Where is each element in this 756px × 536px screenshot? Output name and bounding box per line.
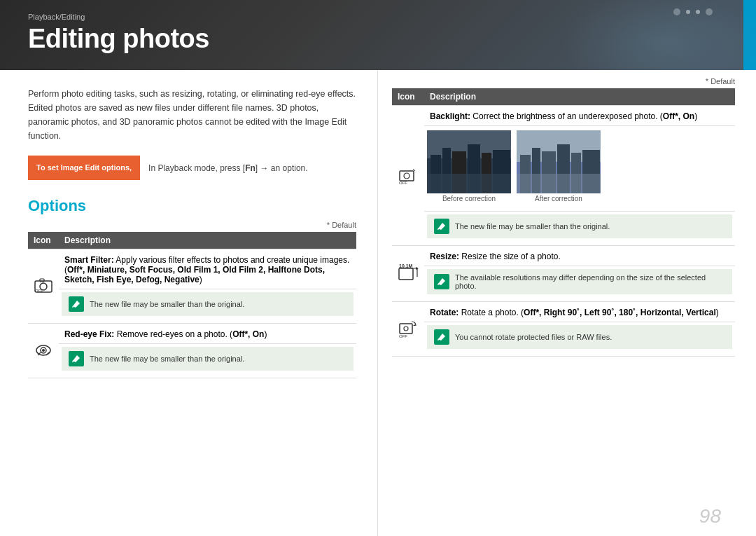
rotate-label: Rotate: xyxy=(430,308,458,317)
table-row: OFF Smart Filter: Apply various filter e… xyxy=(28,249,356,289)
svg-point-6 xyxy=(42,349,45,352)
red-eye-fix-icon-cell xyxy=(28,324,59,378)
red-eye-note-cell: The new file may be smaller than the ori… xyxy=(59,344,356,378)
before-label: Before correction xyxy=(427,195,511,202)
svg-rect-30 xyxy=(517,174,601,193)
smart-filter-svg: OFF xyxy=(34,277,53,294)
red-eye-desc: Red-eye Fix: Remove red-eyes on a photo.… xyxy=(59,324,356,344)
right-options-table: Icon Description OFF xyxy=(392,88,735,357)
image-edit-box: To set Image Edit options, In Playback m… xyxy=(28,156,356,180)
page-number: 98 xyxy=(699,505,721,528)
deco-circle xyxy=(686,10,690,14)
key-fn: Fn xyxy=(245,163,255,173)
backlight-desc: Backlight: Correct the brightness of an … xyxy=(424,106,735,126)
before-photo xyxy=(427,130,511,193)
smart-filter-icon-cell: OFF xyxy=(28,249,59,324)
right-default-note: * Default xyxy=(392,77,735,85)
smart-filter-note-cell: The new file may be smaller than the ori… xyxy=(59,289,356,324)
after-photo-container: After correction xyxy=(517,130,601,202)
resize-note: The available resolutions may differ dep… xyxy=(427,269,732,294)
rotate-options: Off*, Right 90˚, Left 90˚, 180˚, Horizon… xyxy=(524,308,716,317)
svg-text:OFF: OFF xyxy=(35,289,43,293)
rotate-note-text: You cannot rotate protected files or RAW… xyxy=(455,333,612,341)
red-eye-label: Red-eye Fix: xyxy=(64,329,114,339)
after-label: After correction xyxy=(517,195,601,202)
smart-filter-label: Smart Filter: xyxy=(64,255,114,265)
svg-rect-20 xyxy=(427,174,511,193)
rotate-note-cell: You cannot rotate protected files or RAW… xyxy=(424,322,735,357)
intro-text: Perform photo editing tasks, such as res… xyxy=(28,87,356,143)
table-row: OFF Backlight: Correct the brightness of… xyxy=(392,106,735,126)
smart-filter-desc: Smart Filter: Apply various filter effec… xyxy=(59,249,356,289)
resize-label: Resize: xyxy=(430,252,459,261)
backlight-note: The new file may be smaller than the ori… xyxy=(427,214,732,238)
page-title: Editing photos xyxy=(28,24,728,54)
backlight-note-text: The new file may be smaller than the ori… xyxy=(455,222,610,231)
backlight-label: Backlight: xyxy=(430,111,470,121)
pen-icon xyxy=(437,221,447,231)
pen-icon xyxy=(71,354,81,364)
backlight-photos-row: Before correction xyxy=(392,126,735,212)
right-col-icon-header: Icon xyxy=(392,88,424,106)
smart-filter-icon: OFF xyxy=(34,277,53,298)
deco-circle xyxy=(696,10,700,14)
svg-point-10 xyxy=(404,173,410,179)
rotate-note: You cannot rotate protected files or RAW… xyxy=(427,325,732,349)
pen-icon xyxy=(437,277,447,287)
right-column: * Default Icon Description xyxy=(378,70,756,536)
right-table-header-row: Icon Description xyxy=(392,88,735,106)
resize-desc: Resize: Resize the size of a photo. xyxy=(424,246,735,266)
right-col-desc-header: Description xyxy=(424,88,735,106)
image-edit-instruction: In Playback mode, press [Fn] → an option… xyxy=(148,163,307,173)
smart-filter-note-text: The new file may be smaller than the ori… xyxy=(90,300,244,308)
before-photo-svg xyxy=(427,130,511,193)
breadcrumb: Playback/Editing xyxy=(28,13,728,21)
left-column: Perform photo editing tasks, such as res… xyxy=(0,70,378,536)
svg-rect-31 xyxy=(399,268,413,280)
resize-icon-cell: 10.1M xyxy=(392,246,424,302)
image-edit-button[interactable]: To set Image Edit options, xyxy=(28,156,140,180)
rotate-icon: OFF xyxy=(398,319,419,341)
smart-filter-options: Off*, Miniature, Soft Focus, Old Film 1,… xyxy=(64,265,325,284)
resize-note-cell: The available resolutions may differ dep… xyxy=(424,266,735,302)
table-row-note: The new file may be smaller than the ori… xyxy=(28,344,356,378)
pen-icon xyxy=(437,332,447,342)
backlight-options: Off*, On xyxy=(663,111,694,121)
red-eye-note-text: The new file may be smaller than the ori… xyxy=(90,355,244,363)
rotate-desc: Rotate: Rotate a photo. (Off*, Right 90˚… xyxy=(424,302,735,322)
resize-note-row: The available resolutions may differ dep… xyxy=(392,266,735,302)
col-desc-header: Description xyxy=(59,232,356,249)
resize-svg: 10.1M xyxy=(398,264,419,282)
after-photo-svg xyxy=(517,130,601,193)
smart-filter-note: The new file may be smaller than the ori… xyxy=(62,292,354,316)
photo-comparison: Before correction xyxy=(427,130,732,202)
rotate-svg: OFF xyxy=(398,319,417,338)
resize-note-text: The available resolutions may differ dep… xyxy=(455,273,725,290)
pen-icon xyxy=(71,299,81,309)
col-icon-header: Icon xyxy=(28,232,59,249)
table-header-row: Icon Description xyxy=(28,232,356,249)
backlight-svg: OFF xyxy=(398,165,417,185)
deco-circle xyxy=(673,8,680,15)
table-row-note: The new file may be smaller than the ori… xyxy=(28,289,356,324)
backlight-note-cell: The new file may be smaller than the ori… xyxy=(424,212,735,246)
svg-text:OFF: OFF xyxy=(399,181,407,185)
rotate-note-row: You cannot rotate protected files or RAW… xyxy=(392,322,735,357)
after-photo xyxy=(517,130,601,193)
svg-text:10.1M: 10.1M xyxy=(399,264,413,268)
blue-tab xyxy=(743,0,756,70)
backlight-note-row: The new file may be smaller than the ori… xyxy=(392,212,735,246)
deco-circle xyxy=(706,8,713,15)
left-options-table: Icon Description xyxy=(28,232,356,378)
note-icon xyxy=(434,219,449,234)
table-row: 10.1M Resize: Resize the size of a photo… xyxy=(392,246,735,266)
content-area: Perform photo editing tasks, such as res… xyxy=(0,70,756,536)
svg-rect-33 xyxy=(400,324,412,334)
red-eye-note: The new file may be smaller than the ori… xyxy=(62,347,354,371)
red-eye-svg xyxy=(34,341,53,359)
red-eye-options: Off*, On xyxy=(232,329,264,339)
svg-rect-9 xyxy=(400,171,414,181)
note-icon xyxy=(434,274,449,289)
header-decoration xyxy=(672,7,714,17)
options-heading: Options xyxy=(28,197,356,215)
